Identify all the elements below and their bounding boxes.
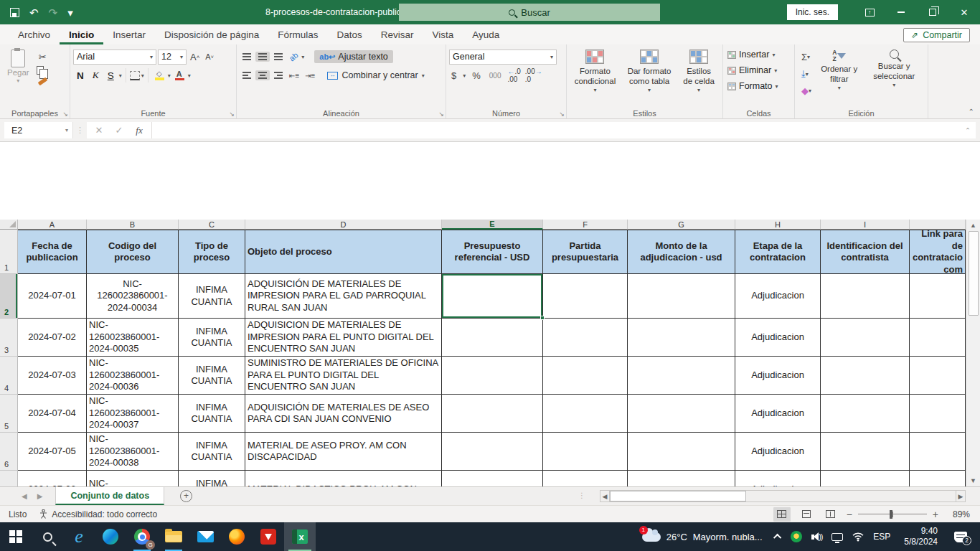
column-header-A[interactable]: A — [18, 220, 87, 230]
formula-bar-collapse-icon[interactable]: ⌃ — [960, 122, 976, 138]
file-explorer-icon[interactable] — [158, 522, 189, 551]
scroll-down-icon[interactable]: ▼ — [966, 475, 980, 486]
add-sheet-button[interactable]: + — [180, 490, 192, 502]
cell-B1[interactable]: Codigo del proceso — [87, 230, 179, 274]
cell-H3[interactable]: Adjudicacion — [735, 319, 821, 357]
cell-B7[interactable]: NIC-1260023860001- — [87, 471, 179, 486]
scroll-left-icon[interactable]: ◀ — [600, 490, 610, 502]
align-center-icon[interactable] — [255, 70, 270, 80]
underline-chevron-icon[interactable]: ▾ — [119, 72, 122, 79]
conditional-formatting-button[interactable]: Formato condicional▾ — [570, 47, 621, 107]
fill-icon[interactable]: ⤓ ▾ — [799, 67, 814, 81]
column-header-D[interactable]: D — [245, 220, 442, 230]
excel-taskbar-icon[interactable]: x — [284, 522, 316, 551]
vertical-scrollbar[interactable]: ▲ ▼ — [966, 220, 980, 486]
cell-F7[interactable] — [543, 471, 628, 486]
tab-formulas[interactable]: Fórmulas — [268, 26, 327, 44]
delete-cells-button[interactable]: Eliminar▾ — [726, 62, 791, 78]
tab-datos[interactable]: Datos — [327, 26, 371, 44]
firefox-icon[interactable] — [221, 522, 253, 551]
cell-H7[interactable]: Adjudicacion — [735, 471, 821, 486]
font-size-select[interactable]: 12▾ — [158, 50, 187, 65]
scroll-right-icon[interactable]: ▶ — [956, 490, 966, 502]
close-button[interactable]: ✕ — [948, 0, 980, 24]
cell-E6[interactable] — [442, 433, 543, 471]
cell-D3[interactable]: ADQUISICION DE MATERIALES DE IMPRESION P… — [245, 319, 442, 357]
cell-D7[interactable]: MATERIAL DIDACTICO PROY. AM CON — [245, 471, 442, 486]
align-left-icon[interactable] — [240, 70, 254, 80]
tab-ayuda[interactable]: Ayuda — [463, 26, 509, 44]
cell-G5[interactable] — [628, 395, 735, 433]
cell-H6[interactable]: Adjudicacion — [735, 433, 821, 471]
currency-icon[interactable]: $ — [449, 69, 458, 83]
decrease-indent-icon[interactable]: ⇤≡ — [287, 70, 301, 81]
fill-handle[interactable] — [540, 316, 545, 320]
share-button[interactable]: ⇗ Compartir — [903, 28, 970, 42]
cell-J7[interactable] — [910, 471, 966, 486]
cell-A4[interactable]: 2024-07-03 — [18, 357, 87, 395]
comma-style-icon[interactable]: 000 — [487, 70, 504, 81]
row-header-2[interactable]: 2 — [0, 274, 18, 319]
cell-C2[interactable]: INFIMA CUANTIA — [179, 274, 245, 319]
font-family-select[interactable]: Arial▾ — [73, 50, 156, 65]
cast-icon[interactable] — [831, 533, 843, 541]
edge-icon[interactable] — [95, 522, 126, 551]
cell-F3[interactable] — [543, 319, 628, 357]
cell-A2[interactable]: 2024-07-01 — [18, 274, 87, 319]
column-header-F[interactable]: F — [543, 220, 628, 230]
sheet-nav-right-icon[interactable]: ▶ — [37, 492, 43, 500]
restore-button[interactable] — [917, 0, 948, 24]
align-middle-icon[interactable] — [255, 52, 270, 62]
cell-G7[interactable] — [628, 471, 735, 486]
cell-H5[interactable]: Adjudicacion — [735, 395, 821, 433]
cell-C1[interactable]: Tipo de proceso — [179, 230, 245, 274]
cell-F6[interactable] — [543, 433, 628, 471]
taskbar-clock[interactable]: 9:40 5/8/2024 — [900, 526, 942, 547]
cell-G2[interactable] — [628, 274, 735, 319]
chrome-icon[interactable]: G — [126, 522, 158, 551]
cell-A3[interactable]: 2024-07-02 — [18, 319, 87, 357]
cell-A6[interactable]: 2024-07-05 — [18, 433, 87, 471]
accessibility-status[interactable]: Accesibilidad: todo correcto — [39, 509, 157, 519]
font-dialog-launcher-icon[interactable]: ↘ — [229, 110, 235, 118]
font-color-icon[interactable]: A — [172, 69, 187, 83]
cell-A5[interactable]: 2024-07-04 — [18, 395, 87, 433]
row-header-4[interactable]: 4 — [0, 357, 18, 395]
tab-insertar[interactable]: Insertar — [103, 26, 155, 44]
insert-cells-button[interactable]: Insertar▾ — [726, 47, 791, 62]
row-header-1[interactable]: 1 — [0, 230, 18, 274]
column-header-C[interactable]: C — [179, 220, 245, 230]
cell-J4[interactable] — [910, 357, 966, 395]
mail-icon[interactable] — [189, 522, 221, 551]
cell-C5[interactable]: INFIMA CUANTIA — [179, 395, 245, 433]
decrease-decimal-icon[interactable]: .00→.0 — [525, 67, 542, 83]
weather-widget[interactable]: 1 26°C Mayorm. nubla... — [635, 522, 770, 551]
column-header-E[interactable]: E — [442, 220, 543, 230]
formula-input[interactable] — [152, 122, 960, 138]
cell-I6[interactable] — [821, 433, 910, 471]
scroll-up-icon[interactable]: ▲ — [966, 220, 980, 231]
minimize-button[interactable] — [885, 0, 917, 24]
sheet-nav-left-icon[interactable]: ◀ — [22, 492, 27, 500]
cell-E2[interactable] — [442, 274, 543, 319]
autosum-icon[interactable]: Σ ▾ — [799, 50, 814, 64]
tab-scroll-splitter[interactable]: ⋮ — [578, 491, 585, 499]
cell-B6[interactable]: NIC-1260023860001-2024-00038 — [87, 433, 179, 471]
tab-disposicion-de-pagina[interactable]: Disposición de página — [155, 26, 268, 44]
cell-A7[interactable]: 2024-07-06 — [18, 471, 87, 486]
collapse-ribbon-icon[interactable]: ⌃ — [969, 108, 974, 116]
format-cells-button[interactable]: Formato▾ — [726, 78, 791, 94]
find-select-button[interactable]: Buscar y seleccionar▾ — [863, 47, 925, 107]
cell-J1[interactable]: Link para de contratacio com — [910, 230, 966, 274]
save-icon[interactable] — [10, 8, 19, 17]
format-as-table-button[interactable]: Dar formato como tabla▾ — [621, 47, 678, 107]
align-right-icon[interactable] — [271, 70, 286, 80]
horizontal-scroll-thumb[interactable] — [610, 491, 746, 501]
cell-A1[interactable]: Fecha de publicacion — [18, 230, 87, 274]
cell-C7[interactable]: INFIMA CUANTIA — [179, 471, 245, 486]
fill-color-icon[interactable]: ◇ — [152, 69, 166, 82]
tab-inicio[interactable]: Inicio — [60, 26, 103, 44]
column-header-I[interactable]: I — [821, 220, 910, 230]
orientation-icon[interactable]: ab — [285, 48, 302, 65]
sign-in-button[interactable]: Inic. ses. — [787, 4, 838, 20]
